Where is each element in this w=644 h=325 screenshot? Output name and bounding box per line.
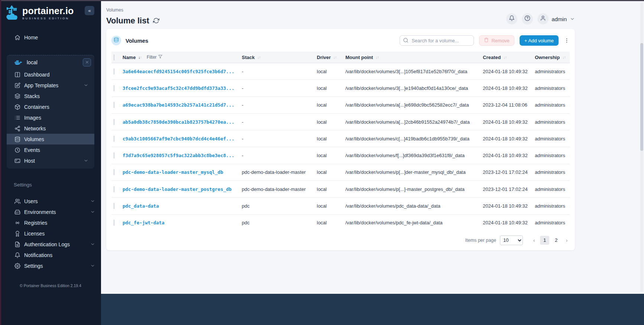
row-checkbox[interactable] bbox=[114, 85, 114, 91]
row-checkbox[interactable] bbox=[114, 220, 114, 226]
user-menu[interactable]: admin bbox=[537, 13, 575, 25]
scrollbar-thumb[interactable] bbox=[640, 43, 643, 151]
table-row: c9ab3c1005667af9e7cbc940b7dcd4c4e46ef...… bbox=[111, 130, 570, 147]
mount-point-cell: /var/lib/docker/volumes/p[...]-master_po… bbox=[345, 186, 483, 192]
page-button-2[interactable]: 2 bbox=[552, 236, 561, 245]
sidebar-item-registries[interactable]: Registries bbox=[0, 217, 101, 228]
stack-cell: pdc bbox=[242, 203, 317, 209]
filter-button[interactable]: Filter bbox=[147, 55, 162, 60]
column-header-created[interactable]: Created↓↑ bbox=[483, 55, 535, 60]
row-checkbox[interactable] bbox=[114, 102, 114, 108]
sidebar-item-environments[interactable]: Environments bbox=[0, 207, 101, 217]
volume-name-link[interactable]: pdc_data-data bbox=[123, 203, 242, 209]
stack-cell: - bbox=[242, 85, 317, 91]
row-checkbox[interactable] bbox=[114, 68, 114, 75]
items-per-page-select[interactable]: 10 bbox=[500, 235, 523, 245]
sidebar-collapse-button[interactable]: « bbox=[85, 6, 94, 15]
select-all-checkbox[interactable] bbox=[114, 54, 114, 61]
column-header-stack[interactable]: Stack↓↑ bbox=[242, 55, 317, 60]
row-checkbox[interactable] bbox=[114, 186, 114, 192]
sidebar-item-app-templates[interactable]: App Templates bbox=[7, 80, 94, 91]
sidebar-item-licenses[interactable]: Licenses bbox=[0, 228, 101, 239]
column-header-ownership[interactable]: Ownership↓↑ bbox=[535, 55, 570, 60]
column-header-driver[interactable]: Driver↓↑ bbox=[317, 55, 345, 60]
refresh-icon[interactable] bbox=[153, 17, 159, 24]
sidebar-item-networks[interactable]: Networks bbox=[7, 123, 94, 134]
previous-page-icon[interactable]: ‹ bbox=[531, 237, 537, 243]
row-checkbox[interactable] bbox=[114, 152, 114, 159]
funnel-icon bbox=[158, 55, 162, 60]
user-name: admin bbox=[552, 16, 567, 22]
volume-name-link[interactable]: 3a6e64eacecfd9245154c005fc925fce3b6d7... bbox=[123, 69, 242, 74]
row-checkbox[interactable] bbox=[114, 169, 114, 175]
mount-point-cell: /var/lib/docker/volumes/p[...]der-master… bbox=[345, 169, 483, 175]
sidebar-item-stacks[interactable]: Stacks bbox=[7, 91, 94, 101]
bell-icon bbox=[14, 252, 20, 258]
sidebar-item-host[interactable]: Host bbox=[7, 155, 94, 166]
search-input[interactable] bbox=[400, 35, 474, 46]
sidebar-item-containers[interactable]: Containers bbox=[7, 101, 94, 112]
environment-header[interactable]: local bbox=[7, 55, 94, 69]
vertical-scrollbar[interactable] bbox=[640, 2, 643, 292]
sidebar-item-images[interactable]: Images bbox=[7, 112, 94, 123]
volume-name-link[interactable]: pdc-demo-data-loader-master_postgres_db bbox=[123, 186, 242, 192]
more-options-icon[interactable] bbox=[564, 38, 570, 43]
pagination: Items per page 10 ‹ 12 › bbox=[106, 231, 575, 250]
volumes-widget-icon-circle bbox=[111, 36, 121, 45]
sidebar-header: portainer.io BUSINESS EDITION « bbox=[0, 0, 101, 23]
sidebar-item-home[interactable]: Home bbox=[0, 32, 101, 43]
row-checkbox[interactable] bbox=[114, 203, 114, 209]
stack-cell: - bbox=[242, 102, 317, 108]
docker-whale-icon bbox=[14, 59, 22, 65]
driver-cell: local bbox=[317, 220, 345, 225]
created-cell: 2024-01-18 10:49:32 bbox=[483, 69, 535, 74]
table-row: pdc_fe-jwt-data pdc local /var/lib/docke… bbox=[111, 214, 570, 231]
page-button-1[interactable]: 1 bbox=[540, 236, 549, 245]
row-checkbox[interactable] bbox=[114, 136, 114, 142]
column-header-mount-point[interactable]: Mount point↓↑ bbox=[345, 55, 483, 60]
volume-name-link[interactable]: c9ab3c1005667af9e7cbc940b7dcd4c4e46ef... bbox=[123, 136, 242, 142]
sidebar-item-notifications[interactable]: Notifications bbox=[0, 250, 101, 260]
chevron-down-icon bbox=[84, 158, 88, 163]
driver-cell: local bbox=[317, 153, 345, 158]
mount-point-cell: /var/lib/docker/volumes/3[...]e1940abcf0… bbox=[345, 85, 483, 91]
sort-icons: ↓↑ bbox=[138, 55, 142, 59]
header-actions: admin bbox=[506, 13, 575, 25]
sidebar-item-settings[interactable]: Settings bbox=[0, 260, 101, 271]
ownership-cell: administrators bbox=[535, 169, 570, 175]
table-row: 3fcee2fcc9e93acaf5c32c47dd9bdfd373a33...… bbox=[111, 79, 570, 96]
users-icon bbox=[14, 198, 20, 204]
host-icon bbox=[14, 157, 20, 164]
file-text-icon bbox=[14, 241, 20, 247]
volume-name-link[interactable]: pdc_fe-jwt-data bbox=[123, 220, 242, 225]
chevron-down-icon bbox=[84, 83, 88, 88]
volume-name-link[interactable]: pdc-demo-data-loader-master_mysql_db bbox=[123, 169, 242, 175]
remove-button[interactable]: Remove bbox=[479, 35, 514, 46]
database-icon bbox=[14, 136, 20, 142]
volume-name-link[interactable]: f3d7a9c65e928057c5f9ac322abb3c8be3ec8... bbox=[123, 153, 242, 158]
volume-name-link[interactable]: 3fcee2fcc9e93acaf5c32c47dd9bdfd373a33... bbox=[123, 85, 242, 91]
sidebar-item-volumes[interactable]: Volumes bbox=[7, 134, 94, 144]
sidebar-item-users[interactable]: Users bbox=[0, 196, 101, 207]
volume-name-link[interactable]: ab5a0db38c7850de390bca1b823757b4270ea... bbox=[123, 119, 242, 125]
help-button[interactable] bbox=[522, 13, 533, 25]
column-header-name[interactable]: Name ↓↑ Filter bbox=[123, 55, 242, 60]
notifications-button[interactable] bbox=[506, 13, 517, 25]
sidebar-item-authentication-logs[interactable]: Authentication Logs bbox=[0, 239, 101, 250]
row-checkbox[interactable] bbox=[114, 119, 114, 125]
breadcrumb[interactable]: Volumes bbox=[106, 7, 159, 13]
main-area: Volumes Volume list admin bbox=[101, 0, 644, 325]
ownership-cell: administrators bbox=[535, 186, 570, 192]
stack-cell: pdc-demo-data-loader-master bbox=[242, 169, 317, 175]
sidebar-item-dashboard[interactable]: Dashboard bbox=[7, 69, 94, 80]
sidebar-item-events[interactable]: Events bbox=[7, 144, 94, 155]
table-row: pdc-demo-data-loader-master_mysql_db pdc… bbox=[111, 164, 570, 181]
mount-point-cell: /var/lib/docker/volumes/3[...]105ef817d1… bbox=[345, 69, 483, 74]
table-row: a69ecac938ba7be14593c2b257a141c21d5d7...… bbox=[111, 97, 570, 113]
trash-icon bbox=[484, 38, 489, 43]
add-volume-button[interactable]: + Add volume bbox=[520, 35, 559, 46]
next-page-icon[interactable]: › bbox=[564, 237, 570, 243]
volume-name-link[interactable]: a69ecac938ba7be14593c2b257a141c21d5d7... bbox=[123, 102, 242, 108]
environment-close-button[interactable] bbox=[83, 58, 91, 66]
mount-point-cell: /var/lib/docker/volumes/pdc_fe-jwt-data/… bbox=[345, 220, 483, 225]
